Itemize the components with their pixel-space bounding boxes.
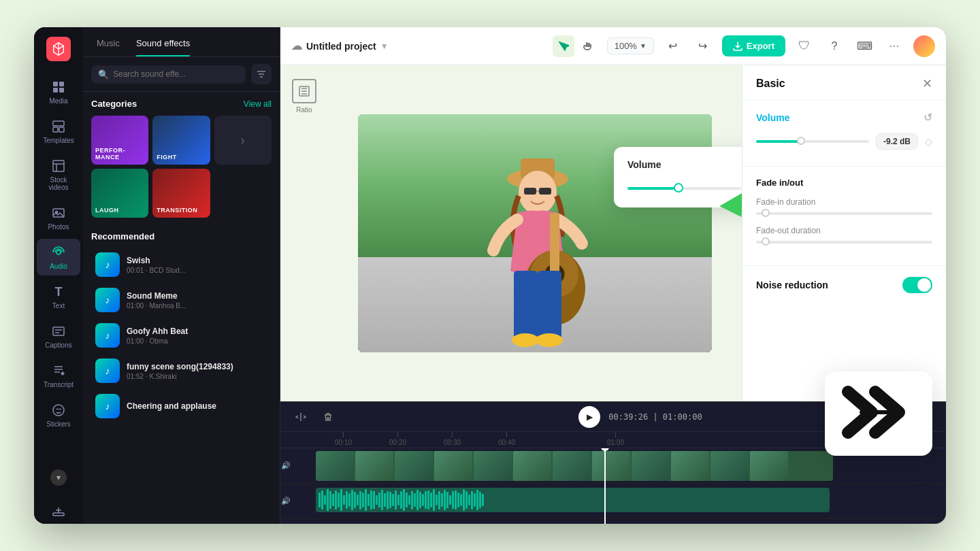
split-tool-btn[interactable]: [291, 407, 310, 427]
fade-in-slider[interactable]: [756, 212, 932, 215]
sound-meta: 01:52 · K.Shiraki: [127, 373, 267, 380]
category-laugh[interactable]: LAUGH: [91, 169, 148, 218]
shield-btn[interactable]: 🛡: [794, 35, 815, 57]
transcript-icon: [50, 363, 67, 379]
fade-out-thumb[interactable]: [762, 237, 770, 246]
category-performance[interactable]: PERFOR-MANCE: [91, 116, 148, 165]
volume-slider[interactable]: [627, 187, 741, 190]
sidebar-item-text[interactable]: T Text: [37, 278, 80, 315]
sidebar-item-label: Captions: [45, 341, 71, 349]
svg-point-12: [53, 405, 64, 416]
volume-icon[interactable]: 🔊: [281, 461, 291, 470]
category-transition[interactable]: TRANSITION: [152, 169, 210, 218]
sidebar-item-label: Transcript: [44, 381, 74, 388]
sidebar-expand-btn[interactable]: ▾: [50, 469, 67, 486]
category-label: FIGHT: [157, 154, 177, 161]
volume-thumb[interactable]: [674, 183, 683, 193]
track-controls: 🔊: [280, 448, 291, 483]
sidebar-item-transcript[interactable]: Transcript: [37, 357, 80, 394]
sidebar-item-captions[interactable]: Captions: [37, 318, 80, 354]
sound-thumb: ♪: [95, 288, 120, 312]
svg-rect-0: [53, 82, 58, 86]
volume-display-row: -9.2 dB ◇: [756, 133, 932, 150]
app-logo[interactable]: [46, 37, 71, 61]
category-label: TRANSITION: [157, 207, 197, 214]
extra-icon: [50, 502, 67, 518]
sidebar-item-label: Stickers: [46, 420, 71, 428]
sound-meta: 01:00 · Manhoa B...: [127, 302, 267, 310]
sidebar-item-audio[interactable]: Audio: [37, 239, 80, 276]
audio-volume-icon[interactable]: 🔊: [281, 497, 291, 505]
fade-out-slider[interactable]: [756, 241, 932, 244]
search-wrapper[interactable]: 🔍: [91, 65, 246, 84]
volume-rp-slider[interactable]: [756, 140, 869, 143]
svg-rect-3: [59, 88, 64, 93]
sidebar-item-media[interactable]: Media: [37, 73, 80, 110]
volume-rp-thumb[interactable]: [797, 137, 805, 145]
svg-point-27: [512, 333, 539, 347]
sidebar-item-label: Templates: [43, 137, 74, 144]
volume-keyframe-btn[interactable]: ◇: [925, 136, 932, 147]
help-btn[interactable]: ?: [823, 35, 845, 57]
captions-icon: [50, 323, 67, 339]
list-item[interactable]: ♪ funny scene song(1294833) 01:52 · K.Sh…: [91, 353, 272, 388]
category-more-right[interactable]: ›: [214, 116, 272, 165]
list-item[interactable]: ♪ Swish 00:01 · BCD Stud...: [91, 247, 272, 282]
text-icon: T: [50, 284, 67, 300]
sidebar-item-photos[interactable]: Photos: [37, 199, 80, 236]
select-tool-btn[interactable]: [553, 35, 574, 57]
more-options-btn[interactable]: ···: [883, 35, 905, 57]
svg-rect-19: [539, 188, 551, 195]
zoom-select[interactable]: 100% ▼: [607, 37, 654, 54]
sidebar-item-stickers[interactable]: Stickers: [37, 397, 80, 433]
user-avatar[interactable]: [913, 35, 935, 57]
list-item[interactable]: ♪ Sound Meme 01:00 · Manhoa B...: [91, 282, 272, 318]
keyboard-btn[interactable]: ⌨: [853, 35, 875, 57]
close-button[interactable]: ✕: [922, 76, 932, 91]
fade-in-label: Fade-in duration: [756, 197, 932, 207]
export-button[interactable]: Export: [722, 35, 785, 56]
list-item[interactable]: ♪ Cheering and applause: [91, 388, 272, 424]
capcut-logo-svg: [841, 385, 916, 439]
right-panel-header: Basic ✕: [742, 65, 946, 100]
view-all-link[interactable]: View all: [244, 99, 272, 109]
canvas-area: Ratio: [280, 65, 742, 401]
tab-music[interactable]: Music: [88, 27, 128, 56]
volume-section-title: Volume: [756, 112, 790, 123]
right-panel-title: Basic: [756, 78, 785, 90]
volume-reset-icon[interactable]: ↺: [924, 111, 932, 124]
redo-btn[interactable]: ↪: [692, 35, 714, 57]
category-fight[interactable]: FIGHT: [152, 116, 210, 165]
ratio-button[interactable]: Ratio: [288, 75, 321, 118]
delete-clip-btn[interactable]: [318, 407, 338, 427]
categories-title: Categories: [91, 99, 137, 109]
sidebar-item-label: Text: [52, 302, 65, 310]
tab-sound-effects[interactable]: Sound effects: [128, 27, 198, 56]
svg-rect-1: [59, 82, 64, 86]
play-button[interactable]: ▶: [578, 406, 600, 428]
filter-button[interactable]: [251, 64, 272, 84]
list-item[interactable]: ♪ Goofy Ahh Beat 01:00 · Obma: [91, 318, 272, 353]
sound-thumb: ♪: [95, 394, 120, 418]
volume-popup-header: Volume ↺: [627, 158, 742, 171]
hand-tool-btn[interactable]: [577, 35, 599, 57]
sidebar-item-templates[interactable]: Templates: [37, 113, 80, 150]
fade-out-label: Fade-out duration: [756, 226, 932, 235]
audio-track-content[interactable]: [291, 484, 946, 518]
sidebar-item-extra[interactable]: [37, 497, 80, 524]
capcut-watermark: [825, 371, 932, 456]
templates-icon: [50, 118, 67, 135]
sound-info: Cheering and applause: [127, 401, 267, 411]
noise-reduction-toggle[interactable]: [902, 277, 932, 293]
svg-point-10: [56, 250, 61, 254]
sidebar-item-stock[interactable]: Stock videos: [37, 152, 80, 197]
undo-btn[interactable]: ↩: [662, 35, 684, 57]
ratio-sidebar: Ratio: [280, 65, 328, 401]
fade-section-title: Fade in/out: [756, 178, 932, 188]
ratio-label: Ratio: [296, 106, 312, 114]
project-name[interactable]: ☁ Untitled project ▼: [291, 39, 389, 52]
fade-in-thumb[interactable]: [762, 209, 770, 217]
playhead[interactable]: [604, 448, 606, 524]
cloud-icon: ☁: [291, 39, 302, 52]
search-input[interactable]: [113, 69, 239, 79]
